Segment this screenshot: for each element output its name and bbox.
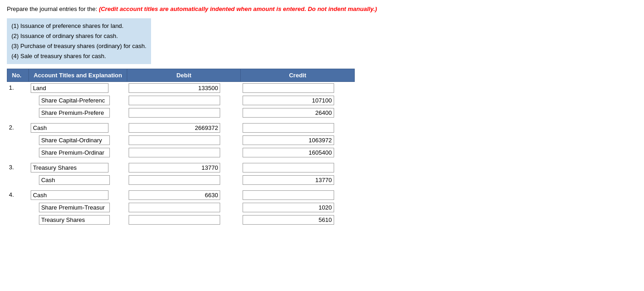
entry-number: 4. <box>7 189 29 201</box>
credit-cell <box>241 214 355 226</box>
debit-input[interactable] <box>129 83 220 93</box>
account-title-input[interactable] <box>39 203 110 212</box>
table-row: 2. <box>7 122 355 134</box>
credit-cell <box>241 134 355 146</box>
account-title-input[interactable] <box>39 148 110 157</box>
debit-cell <box>127 214 240 226</box>
account-cell <box>29 189 127 201</box>
debit-cell <box>127 94 240 107</box>
debit-input[interactable] <box>129 203 220 212</box>
debit-input[interactable] <box>129 215 220 225</box>
account-title-input[interactable] <box>39 108 110 118</box>
credit-input[interactable] <box>243 135 334 145</box>
credit-cell <box>241 146 355 159</box>
account-title-input[interactable] <box>31 163 108 172</box>
debit-input[interactable] <box>129 96 220 105</box>
debit-input[interactable] <box>129 108 220 118</box>
credit-cell <box>241 107 355 119</box>
debit-cell <box>127 81 240 94</box>
debit-cell <box>127 174 240 186</box>
table-row: 4. <box>7 189 355 201</box>
credit-input[interactable] <box>243 83 334 93</box>
credit-input[interactable] <box>243 190 334 200</box>
debit-cell <box>127 162 240 174</box>
entry-number <box>7 214 29 226</box>
table-row <box>7 107 355 119</box>
account-title-input[interactable] <box>39 135 110 145</box>
entry-number: 3. <box>7 162 29 174</box>
table-row <box>7 214 355 226</box>
journal-table: No. Account Titles and Explanation Debit… <box>7 69 355 226</box>
account-cell <box>29 107 127 119</box>
table-row <box>7 201 355 214</box>
entry-number <box>7 146 29 159</box>
credit-cell <box>241 94 355 107</box>
debit-input[interactable] <box>129 175 220 185</box>
entry-number <box>7 134 29 146</box>
entry-number <box>7 107 29 119</box>
credit-cell <box>241 162 355 174</box>
debit-cell <box>127 122 240 134</box>
table-row <box>7 174 355 186</box>
debit-cell <box>127 201 240 214</box>
credit-cell <box>241 189 355 201</box>
table-row: 1. <box>7 81 355 94</box>
table-row <box>7 94 355 107</box>
entry-number <box>7 94 29 107</box>
account-cell <box>29 174 127 186</box>
col-debit: Debit <box>127 69 240 81</box>
credit-input[interactable] <box>243 203 334 212</box>
credit-cell <box>241 122 355 134</box>
instruction-italic: (Credit account titles are automatically… <box>99 5 377 12</box>
debit-cell <box>127 107 240 119</box>
credit-input[interactable] <box>243 163 334 172</box>
debit-cell <box>127 146 240 159</box>
instruction-text: Prepare the journal entries for the: (Cr… <box>7 5 637 14</box>
table-row <box>7 134 355 146</box>
task-item-2: (2) Issuance of ordinary shares for cash… <box>11 31 146 41</box>
task-item-4: (4) Sale of treasury shares for cash. <box>11 51 146 61</box>
account-title-input[interactable] <box>39 215 110 225</box>
account-title-input[interactable] <box>31 83 108 93</box>
entry-number: 2. <box>7 122 29 134</box>
debit-input[interactable] <box>129 190 220 200</box>
table-row <box>7 146 355 159</box>
col-account: Account Titles and Explanation <box>29 69 127 81</box>
credit-cell <box>241 81 355 94</box>
account-cell <box>29 201 127 214</box>
debit-input[interactable] <box>129 123 220 133</box>
account-cell <box>29 146 127 159</box>
debit-cell <box>127 134 240 146</box>
debit-input[interactable] <box>129 163 220 172</box>
credit-input[interactable] <box>243 123 334 133</box>
entry-number: 1. <box>7 81 29 94</box>
account-cell <box>29 162 127 174</box>
credit-input[interactable] <box>243 215 334 225</box>
task-item-1: (1) Issuance of preference shares for la… <box>11 21 146 31</box>
credit-input[interactable] <box>243 175 334 185</box>
credit-input[interactable] <box>243 96 334 105</box>
account-cell <box>29 94 127 107</box>
account-cell <box>29 122 127 134</box>
col-credit: Credit <box>241 69 355 81</box>
debit-cell <box>127 189 240 201</box>
debit-input[interactable] <box>129 148 220 157</box>
task-item-3: (3) Purchase of treasury shares (ordinar… <box>11 41 146 51</box>
table-row: 3. <box>7 162 355 174</box>
entry-number <box>7 201 29 214</box>
credit-cell <box>241 174 355 186</box>
debit-input[interactable] <box>129 135 220 145</box>
account-title-input[interactable] <box>39 96 110 105</box>
account-cell <box>29 134 127 146</box>
account-title-input[interactable] <box>31 123 108 133</box>
account-title-input[interactable] <box>31 190 108 200</box>
account-cell <box>29 214 127 226</box>
credit-input[interactable] <box>243 108 334 118</box>
instruction-prefix: Prepare the journal entries for the: <box>7 5 97 12</box>
credit-input[interactable] <box>243 148 334 157</box>
entry-number <box>7 174 29 186</box>
account-title-input[interactable] <box>39 175 110 185</box>
account-cell <box>29 81 127 94</box>
task-list: (1) Issuance of preference shares for la… <box>7 18 151 64</box>
col-no: No. <box>7 69 29 81</box>
